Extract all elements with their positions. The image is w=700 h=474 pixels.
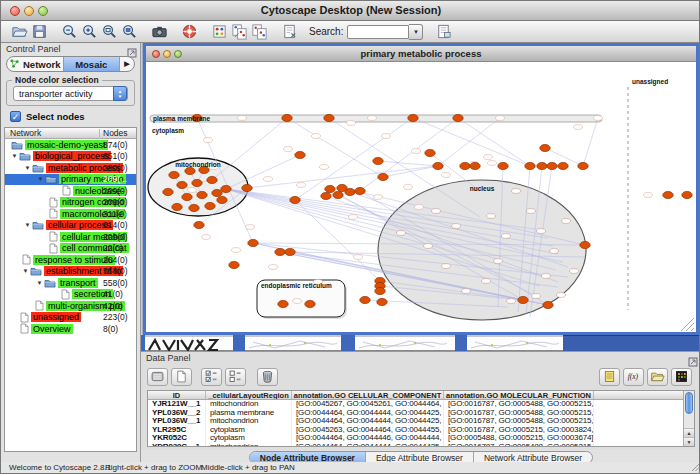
network-node-small[interactable] [424,244,433,249]
network-node-small[interactable] [382,134,391,139]
tree-row-primary-metabo[interactable]: ▼primary metabo209(... [5,174,136,186]
save-icon[interactable] [29,22,49,41]
tree-row-response-to-stimulu[interactable]: response to stimulu264(0) [5,254,136,266]
network-node-small[interactable] [527,209,536,214]
table-row[interactable]: YJR121W__1mitochondrion[GO:0045267, GO:0… [148,400,694,409]
network-node-small[interactable] [188,188,197,193]
network-node-small[interactable] [320,165,329,170]
network-node[interactable] [163,188,173,195]
network-node[interactable] [205,202,215,209]
network-node-small[interactable] [246,225,255,230]
network-node-small[interactable] [557,293,566,298]
tree-expand-arrow-icon[interactable]: ▼ [23,222,32,228]
network-node[interactable] [578,162,588,169]
network-node[interactable] [558,162,568,169]
network-node-small[interactable] [349,215,358,220]
tree-row-multi-organism-pro[interactable]: multi-organism pro42(0) [5,300,136,312]
network-node-small[interactable] [432,209,441,214]
network-node[interactable] [242,184,252,191]
network-node-small[interactable] [397,231,406,236]
table-row[interactable]: YDR039C__1mitochondrion[GO:0044464, GO:0… [148,443,694,447]
scrollbar-thumb[interactable] [685,392,693,414]
zoom-out-icon[interactable] [59,22,79,41]
tree-row-biological-process[interactable]: ▼biological_process651(0) [5,151,136,163]
network-node[interactable] [282,114,292,121]
network-node-small[interactable] [482,279,491,284]
network-window-titlebar[interactable]: primary metabolic process [146,46,696,62]
network-node[interactable] [345,188,355,195]
import-folder-icon[interactable] [647,368,668,386]
network-node[interactable] [375,287,385,294]
combine-icon[interactable] [147,368,168,386]
network-node-small[interactable] [494,259,503,264]
network-node[interactable] [229,261,239,268]
table-row[interactable]: YPL036W__2plasma membrane[GO:0044464, GO… [148,409,694,418]
network-node[interactable] [305,300,315,307]
tree-row-transport[interactable]: ▼transport558(0) [5,277,136,289]
network-node[interactable] [285,248,295,255]
network-node-small[interactable] [204,138,213,143]
network-node-small[interactable] [462,289,471,294]
background-window[interactable] [245,335,341,351]
tab-network[interactable]: Network [7,57,64,71]
zoom-in-icon[interactable] [79,22,99,41]
network-node[interactable] [373,157,383,164]
network-node-small[interactable] [412,149,421,154]
network-node-small[interactable] [284,147,293,152]
network-node[interactable] [207,176,217,183]
search-input[interactable] [347,25,409,39]
network-node[interactable] [185,167,195,174]
background-window[interactable] [467,335,563,351]
zoom-fit-icon[interactable] [99,22,119,41]
scroll-down-icon[interactable]: ▼ [684,437,694,446]
network-node-small[interactable] [202,235,211,240]
column-header[interactable]: ID [148,391,206,399]
network-node[interactable] [194,221,204,228]
network-node-small[interactable] [232,248,241,253]
network-node-small[interactable] [312,134,321,139]
network-node[interactable] [460,162,470,169]
tree-row-nitrogen-compo[interactable]: nitrogen compo209(0) [5,197,136,209]
network-node[interactable] [182,193,192,200]
tab-overflow-arrow-icon[interactable]: ▶ [120,57,134,71]
background-window[interactable] [233,335,245,351]
network-node-small[interactable] [594,116,603,121]
network-node[interactable] [221,185,231,192]
snapshot-icon[interactable] [149,22,169,41]
network-node[interactable] [189,204,199,211]
network-canvas[interactable]: plasma membranecytoplasmmitochondrionnuc… [146,63,696,332]
window-resize-grip[interactable] [691,463,700,472]
plugin-overlay-icon[interactable] [229,22,249,41]
select-nodes-checkbox[interactable]: ✓ [10,111,21,122]
network-node[interactable] [325,185,335,192]
matrix-icon[interactable] [671,368,692,386]
zoom-selected-icon[interactable] [119,22,139,41]
tab-mosaic[interactable]: Mosaic [64,57,121,71]
network-node[interactable] [377,298,387,305]
network-node-small[interactable] [354,255,363,260]
network-node[interactable] [321,192,331,199]
network-node-small[interactable] [484,155,493,160]
network-node[interactable] [543,301,553,308]
network-node-small[interactable] [502,234,511,239]
network-node-small[interactable] [404,185,413,190]
network-node[interactable] [212,189,222,196]
network-node[interactable] [248,239,258,246]
search-combo-arrow-icon[interactable]: ▼ [409,24,423,40]
tree-row-cellular-process[interactable]: ▼cellular process614(0) [5,220,136,232]
node-color-dropdown[interactable]: transporter activity ▲▼ [13,86,128,101]
tree-row-cellular-metabol[interactable]: cellular metabol209(0) [5,231,136,243]
network-node-small[interactable] [374,195,383,200]
network-node-small[interactable] [562,219,571,224]
background-window[interactable] [341,335,355,351]
network-node[interactable] [425,149,435,156]
network-node[interactable] [295,151,305,158]
network-node-small[interactable] [293,299,302,304]
tab-network-attribute-browser[interactable]: Network Attribute Browser [474,452,592,463]
network-node[interactable] [453,114,463,121]
network-node[interactable] [525,162,535,169]
network-node[interactable] [169,171,179,178]
network-node[interactable] [177,181,187,188]
network-node[interactable] [682,191,692,198]
network-node[interactable] [333,191,343,198]
